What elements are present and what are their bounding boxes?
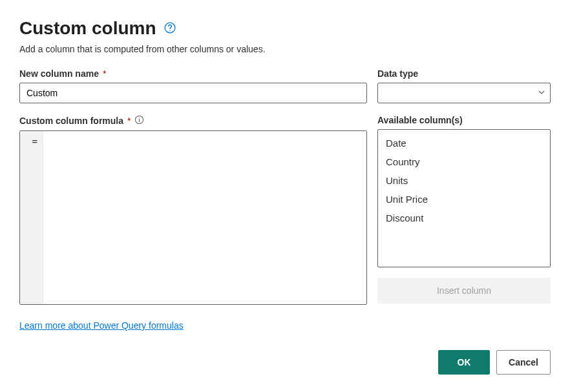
row-name-type: New column name * Data type <box>19 68 551 103</box>
available-columns-list: DateCountryUnitsUnit PriceDiscount <box>377 129 551 267</box>
dialog-title: Custom column <box>19 18 156 39</box>
required-marker: * <box>103 68 106 79</box>
label-column-name: New column name * <box>19 68 367 79</box>
group-data-type: Data type <box>377 68 551 103</box>
available-column-item[interactable]: Date <box>378 134 550 152</box>
available-column-item[interactable]: Unit Price <box>378 190 550 209</box>
data-type-select[interactable] <box>377 83 551 103</box>
label-formula: Custom column formula * <box>19 115 367 127</box>
help-icon[interactable] <box>164 22 176 36</box>
cancel-button[interactable]: Cancel <box>496 350 551 375</box>
group-formula: Custom column formula * = Learn more abo… <box>19 115 367 331</box>
formula-editor-container: = <box>19 130 367 305</box>
available-column-item[interactable]: Discount <box>378 209 550 227</box>
dialog-footer: OK Cancel <box>19 350 551 375</box>
label-data-type: Data type <box>377 68 551 79</box>
group-column-name: New column name * <box>19 68 367 103</box>
dialog-header: Custom column <box>19 18 551 39</box>
formula-editor[interactable] <box>43 131 366 304</box>
label-available-columns: Available column(s) <box>377 115 551 125</box>
dialog-subtitle: Add a column that is computed from other… <box>19 44 551 54</box>
available-column-item[interactable]: Units <box>378 171 550 190</box>
insert-column-button[interactable]: Insert column <box>377 278 551 304</box>
column-name-input[interactable] <box>19 83 367 103</box>
available-column-item[interactable]: Country <box>378 152 550 171</box>
group-available-columns: Available column(s) DateCountryUnitsUnit… <box>377 115 551 331</box>
svg-point-3 <box>139 118 140 118</box>
info-icon[interactable] <box>134 115 144 127</box>
formula-gutter: = <box>20 131 43 304</box>
row-formula-columns: Custom column formula * = Learn more abo… <box>19 115 551 331</box>
required-marker: * <box>127 116 131 126</box>
data-type-select-wrapper <box>377 83 551 103</box>
svg-point-1 <box>169 30 170 30</box>
ok-button[interactable]: OK <box>438 350 490 375</box>
learn-more-link[interactable]: Learn more about Power Query formulas <box>19 320 367 331</box>
